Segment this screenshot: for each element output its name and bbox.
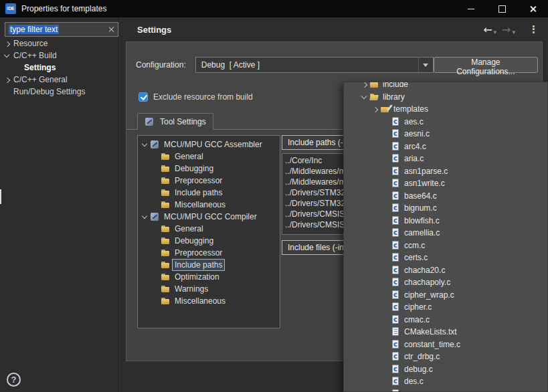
tool-settings-tree-item[interactable]: Optimization bbox=[138, 271, 280, 283]
file-tree-item[interactable]: aria.c bbox=[344, 153, 547, 165]
chevron-down-icon[interactable] bbox=[141, 140, 150, 149]
tool-settings-item-label: Preprocessor bbox=[173, 175, 224, 186]
file-tree-item[interactable]: debug.c bbox=[344, 363, 547, 376]
filter-input[interactable]: type filter text bbox=[5, 22, 118, 37]
file-tree-item-label: cipher.c bbox=[403, 302, 433, 312]
chevron-down-icon[interactable] bbox=[141, 212, 150, 221]
back-dropdown-icon[interactable] bbox=[494, 27, 497, 36]
tool-settings-tree-item[interactable]: Debugging bbox=[138, 163, 280, 175]
file-tree-item-label: include bbox=[381, 82, 409, 89]
tool-settings-tree-item[interactable]: Warnings bbox=[138, 283, 280, 295]
forward-icon[interactable] bbox=[502, 23, 511, 36]
file-tree-item[interactable]: des.c bbox=[344, 375, 547, 388]
file-tree-item[interactable]: asn1write.c bbox=[344, 177, 547, 190]
file-tree-item[interactable]: aes.c bbox=[344, 116, 547, 128]
folder-icon bbox=[161, 176, 171, 185]
file-tree-item[interactable]: CMakeLists.txt bbox=[344, 326, 547, 338]
c-file-icon bbox=[391, 389, 401, 392]
folder-icon bbox=[161, 272, 171, 282]
file-tree-item[interactable]: include bbox=[344, 82, 547, 91]
chevron-right-icon[interactable] bbox=[360, 82, 369, 89]
help-button[interactable]: ? bbox=[7, 373, 21, 387]
dropdown-arrow-icon[interactable] bbox=[418, 58, 433, 72]
c-file-icon bbox=[391, 216, 401, 225]
file-tree-item[interactable]: chachapoly.c bbox=[344, 276, 547, 289]
file-tree-item[interactable]: asn1parse.c bbox=[344, 165, 547, 178]
tool-settings-item-label: Miscellaneous bbox=[173, 296, 227, 306]
tabbar: Tool Settings bbox=[137, 113, 213, 130]
c-file-icon bbox=[391, 191, 401, 201]
file-tree-item[interactable]: chacha20.c bbox=[344, 264, 547, 277]
chevron-down-icon[interactable] bbox=[3, 51, 12, 60]
file-tree-item[interactable]: bignum.c bbox=[344, 202, 547, 215]
file-tree-item[interactable]: aesni.c bbox=[344, 128, 547, 140]
tool-settings-tree-item[interactable]: Miscellaneous bbox=[138, 295, 280, 307]
file-tree-item[interactable]: arc4.c bbox=[344, 140, 547, 153]
tool-settings-tree-item[interactable]: Preprocessor bbox=[138, 175, 280, 187]
tool-settings-tree-item[interactable]: General bbox=[138, 223, 280, 235]
tool-settings-tree-item[interactable]: Include paths bbox=[138, 259, 280, 271]
maximize-button[interactable] bbox=[486, 0, 517, 17]
c-file-icon bbox=[391, 203, 401, 213]
tool-settings-tree-item[interactable]: Miscellaneous bbox=[138, 199, 280, 211]
file-tree-item[interactable]: ctr_drbg.c bbox=[344, 351, 547, 363]
file-tree-item[interactable] bbox=[344, 388, 547, 392]
tool-settings-tree-item[interactable]: Preprocessor bbox=[138, 247, 280, 259]
file-tree-item[interactable]: library bbox=[344, 91, 547, 104]
file-tree-item[interactable]: camellia.c bbox=[344, 227, 547, 239]
tool-settings-tree-item[interactable]: General bbox=[138, 151, 280, 163]
folder-icon bbox=[161, 284, 171, 294]
clear-filter-icon[interactable] bbox=[108, 26, 114, 33]
tool-settings-tree-item[interactable]: MCU/MPU GCC Assembler bbox=[138, 138, 280, 151]
file-tree-item[interactable]: certs.c bbox=[344, 252, 547, 264]
file-tree-item[interactable]: blowfish.c bbox=[344, 215, 547, 227]
sidebar-tree-item[interactable]: Settings bbox=[1, 62, 116, 74]
file-tree-item-label: aria.c bbox=[403, 154, 425, 163]
tool-settings-tree-item[interactable]: MCU/MPU GCC Compiler bbox=[138, 211, 280, 223]
page-title: Settings bbox=[137, 25, 171, 35]
file-tree-item[interactable]: constant_time.c bbox=[344, 338, 547, 351]
exclude-from-build-label: Exclude resource from build bbox=[153, 92, 253, 102]
file-tree-item-label: chacha20.c bbox=[403, 266, 446, 275]
manage-configurations-button[interactable]: Manage Configurations... bbox=[434, 57, 538, 73]
c-file-icon bbox=[391, 365, 401, 374]
text-file-icon bbox=[391, 327, 401, 336]
forward-dropdown-icon[interactable] bbox=[512, 27, 515, 36]
folder-icon bbox=[161, 164, 171, 173]
file-tree-item[interactable]: base64.c bbox=[344, 190, 547, 203]
tool-settings-item-label: Debugging bbox=[173, 235, 215, 246]
chevron-right-icon[interactable] bbox=[371, 104, 380, 114]
tool-settings-tree-item[interactable]: Include paths bbox=[138, 187, 280, 199]
folder-icon bbox=[161, 152, 171, 161]
minimize-button[interactable] bbox=[456, 0, 486, 17]
file-tree-item[interactable]: ccm.c bbox=[344, 239, 547, 252]
chevron-right-icon[interactable] bbox=[3, 39, 12, 48]
tool-icon bbox=[150, 212, 160, 221]
c-file-icon bbox=[391, 154, 401, 163]
file-tree-item[interactable]: cipher.c bbox=[344, 301, 547, 314]
sidebar-tree-item[interactable]: Resource bbox=[1, 37, 116, 50]
tool-settings-tree-item[interactable]: Debugging bbox=[138, 235, 280, 247]
tab-tool-settings[interactable]: Tool Settings bbox=[137, 113, 213, 130]
exclude-from-build-checkbox[interactable] bbox=[139, 92, 148, 102]
sidebar-tree-item[interactable]: C/C++ Build bbox=[1, 50, 116, 62]
file-tree-item-label: arc4.c bbox=[403, 142, 428, 151]
back-icon[interactable] bbox=[483, 23, 492, 36]
c-file-icon bbox=[391, 315, 401, 324]
configuration-select[interactable]: Debug [ Active ] bbox=[195, 57, 434, 73]
sidebar-tree-item[interactable]: C/C++ General bbox=[1, 74, 116, 86]
close-button[interactable] bbox=[517, 0, 548, 17]
chevron-right-icon[interactable] bbox=[3, 75, 12, 84]
view-menu-icon[interactable] bbox=[529, 23, 539, 35]
configuration-label: Configuration: bbox=[136, 60, 186, 70]
file-tree-item-label: CMakeLists.txt bbox=[403, 327, 458, 336]
file-tree-item[interactable]: cipher_wrap.c bbox=[344, 289, 547, 302]
c-file-icon bbox=[391, 241, 401, 250]
file-tree-item-label: chachapoly.c bbox=[403, 278, 452, 287]
chevron-down-icon[interactable] bbox=[360, 92, 369, 102]
sidebar-tree-item[interactable]: Run/Debug Settings bbox=[1, 86, 116, 98]
properties-dialog: IDE Properties for templates type filter… bbox=[0, 0, 548, 392]
file-tree-item[interactable]: cmac.c bbox=[344, 314, 547, 326]
file-tree-item-label: bignum.c bbox=[403, 203, 438, 213]
file-tree-item[interactable]: templates bbox=[344, 103, 547, 116]
